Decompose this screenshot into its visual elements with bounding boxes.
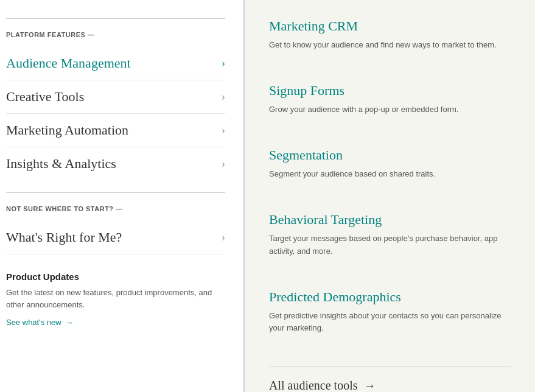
what-right-label: What's Right for Me?: [6, 229, 122, 245]
chevron-icon: ›: [222, 124, 225, 137]
features-bottom-divider: [269, 366, 511, 366]
feature-desc: Get to know your audience and find new w…: [269, 39, 511, 51]
feature-item-4: Predicted Demographics Get predictive in…: [269, 289, 511, 349]
nav-item-audience-management[interactable]: Audience Management ›: [6, 47, 225, 80]
product-updates-title: Product Updates: [6, 271, 225, 282]
see-whats-new-link[interactable]: See what's new →: [6, 318, 74, 327]
feature-item-3: Behavioral Targeting Target your message…: [269, 212, 511, 271]
all-tools-link[interactable]: All audience tools →: [269, 379, 376, 392]
chevron-icon: ›: [222, 91, 225, 103]
product-updates-desc: Get the latest on new features, product …: [6, 287, 225, 310]
feature-desc: Get predictive insights about your conta…: [269, 310, 511, 334]
chevron-icon: ›: [222, 231, 225, 244]
nav-item-label: Audience Management: [6, 55, 131, 71]
features-list: Marketing CRM Get to know your audience …: [269, 18, 511, 349]
top-divider: [6, 18, 225, 19]
feature-item-2: Segmentation Segment your audience based…: [269, 147, 511, 195]
nav-item-creative-tools[interactable]: Creative Tools ›: [6, 80, 225, 114]
platform-features-label: PLATFORM FEATURES —: [6, 31, 225, 38]
feature-title[interactable]: Signup Forms: [269, 83, 511, 99]
chevron-icon: ›: [222, 158, 225, 170]
feature-title[interactable]: Predicted Demographics: [269, 289, 511, 305]
nav-item-insights-and-analytics[interactable]: Insights & Analytics ›: [6, 147, 225, 180]
see-whats-new-text: See what's new: [6, 318, 61, 327]
product-updates: Product Updates Get the latest on new fe…: [6, 271, 225, 327]
chevron-icon: ›: [222, 57, 225, 70]
left-panel: PLATFORM FEATURES — Audience Management …: [0, 0, 243, 392]
arrow-right-icon: →: [65, 318, 74, 327]
feature-title[interactable]: Marketing CRM: [269, 18, 511, 34]
feature-title[interactable]: Behavioral Targeting: [269, 212, 511, 228]
middle-divider: [6, 192, 225, 193]
right-panel: Marketing CRM Get to know your audience …: [245, 0, 535, 392]
nav-item-label: Creative Tools: [6, 89, 84, 105]
nav-item-marketing-automation[interactable]: Marketing Automation ›: [6, 114, 225, 147]
feature-desc: Segment your audience based on shared tr…: [269, 168, 511, 180]
feature-title[interactable]: Segmentation: [269, 147, 511, 163]
nav-list: Audience Management › Creative Tools › M…: [6, 47, 225, 180]
all-tools-label: All audience tools: [269, 379, 358, 392]
all-tools-arrow: →: [364, 379, 376, 392]
nav-item-label: Insights & Analytics: [6, 156, 116, 172]
feature-desc: Target your messages based on people's p…: [269, 233, 511, 257]
not-sure-label: NOT SURE WHERE TO START? —: [6, 205, 225, 212]
what-right-item[interactable]: What's Right for Me? ›: [6, 221, 225, 254]
nav-item-label: Marketing Automation: [6, 122, 128, 138]
feature-item-1: Signup Forms Grow your audience with a p…: [269, 83, 511, 130]
feature-desc: Grow your audience with a pop-up or embe…: [269, 103, 511, 116]
feature-item-0: Marketing CRM Get to know your audience …: [269, 18, 511, 66]
